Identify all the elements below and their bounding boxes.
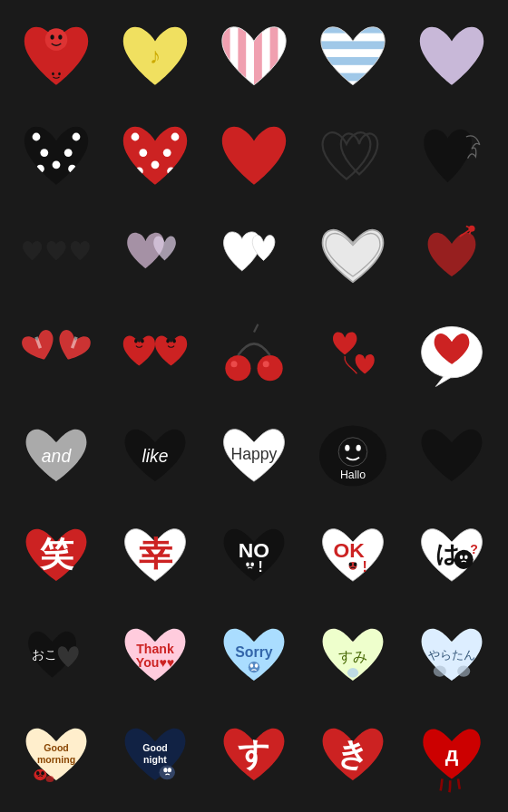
sticker-two-white-hearts[interactable] bbox=[214, 217, 294, 296]
sticker-grey-outlined-heart[interactable] bbox=[313, 217, 393, 296]
sticker-speech-bubble-heart[interactable] bbox=[412, 316, 492, 396]
cell-5-2: like bbox=[108, 408, 203, 504]
sticker-red-face-heart[interactable] bbox=[16, 17, 96, 97]
cell-8-4: き bbox=[305, 707, 400, 803]
sticker-kanji-happiness[interactable]: 幸 bbox=[115, 516, 195, 595]
cell-7-4: すみ bbox=[305, 607, 400, 703]
sticker-thank-you-heart[interactable]: Thank You♥♥ bbox=[115, 615, 195, 695]
sticker-red-heart-arrow[interactable] bbox=[412, 217, 492, 296]
cell-4-4 bbox=[305, 308, 400, 404]
sticker-good-night-heart[interactable]: Good night bbox=[115, 715, 195, 795]
cell-1-5 bbox=[404, 9, 499, 105]
sticker-oko-black-hearts[interactable]: おこ bbox=[16, 615, 96, 695]
sticker-pink-striped-heart[interactable] bbox=[214, 17, 294, 97]
svg-point-5 bbox=[59, 72, 62, 76]
svg-point-78 bbox=[347, 668, 358, 678]
sticker-double-outline-hearts[interactable] bbox=[313, 117, 393, 197]
svg-point-75 bbox=[250, 663, 254, 667]
svg-rect-12 bbox=[313, 25, 393, 34]
svg-point-21 bbox=[64, 149, 73, 157]
svg-text:笑: 笑 bbox=[39, 536, 74, 573]
sticker-no-text-heart[interactable]: NO ! bbox=[214, 516, 294, 595]
cell-4-1 bbox=[9, 308, 104, 404]
sticker-kanji-laugh[interactable]: 笑 bbox=[16, 516, 96, 595]
svg-point-36 bbox=[134, 339, 138, 343]
sticker-sorry-heart[interactable]: Sorry bbox=[214, 615, 294, 695]
svg-point-68 bbox=[464, 556, 468, 559]
svg-point-81 bbox=[457, 665, 470, 676]
svg-text:幸: 幸 bbox=[139, 536, 173, 573]
svg-text:and: and bbox=[42, 446, 73, 466]
svg-text:Sorry: Sorry bbox=[235, 644, 273, 660]
cell-3-3 bbox=[207, 208, 302, 304]
sticker-sumimasen-heart[interactable]: すみ bbox=[313, 615, 393, 695]
svg-text:OK: OK bbox=[333, 538, 365, 562]
svg-point-57 bbox=[246, 562, 249, 566]
svg-point-90 bbox=[160, 765, 176, 779]
cell-2-5 bbox=[404, 109, 499, 205]
cell-8-1: Good morning bbox=[9, 707, 104, 803]
svg-point-91 bbox=[163, 768, 167, 772]
cell-5-5 bbox=[404, 408, 499, 504]
sticker-three-small-hearts[interactable] bbox=[16, 217, 96, 296]
sticker-solid-black-heart[interactable] bbox=[412, 416, 492, 496]
sticker-ok-text-heart[interactable]: OK ! bbox=[313, 516, 393, 595]
sticker-bloody-heart[interactable]: д bbox=[412, 715, 492, 795]
cell-1-2: ♪ bbox=[108, 9, 203, 105]
svg-point-26 bbox=[151, 129, 160, 137]
svg-point-3 bbox=[50, 71, 63, 79]
cell-6-5: は ? bbox=[404, 508, 499, 604]
sticker-solid-red-heart[interactable] bbox=[214, 117, 294, 197]
sticker-black-polka-heart[interactable] bbox=[16, 117, 96, 197]
sticker-yellow-music-heart[interactable]: ♪ bbox=[115, 17, 195, 97]
svg-point-20 bbox=[41, 149, 49, 157]
svg-point-1 bbox=[51, 34, 54, 39]
svg-text:morning: morning bbox=[37, 754, 75, 765]
svg-text:Good: Good bbox=[44, 742, 70, 753]
svg-point-63 bbox=[354, 562, 357, 566]
svg-point-17 bbox=[33, 133, 41, 141]
svg-point-18 bbox=[53, 129, 61, 137]
sticker-su-kanji-heart[interactable]: す bbox=[214, 715, 294, 795]
cell-5-3: Happy bbox=[207, 408, 302, 504]
sticker-candy-hearts[interactable] bbox=[16, 316, 96, 396]
svg-point-38 bbox=[167, 339, 171, 343]
sticker-falling-hearts[interactable] bbox=[313, 316, 393, 396]
sticker-grid: ♪ bbox=[0, 0, 508, 812]
cell-3-5 bbox=[404, 208, 499, 304]
svg-point-30 bbox=[151, 160, 160, 169]
sticker-cherries[interactable] bbox=[214, 316, 294, 396]
svg-text:やらたん: やらたん bbox=[428, 648, 475, 662]
sticker-happy-text-heart[interactable]: Happy bbox=[214, 416, 294, 496]
cell-6-4: OK ! bbox=[305, 508, 400, 604]
svg-point-25 bbox=[132, 133, 140, 141]
sticker-like-text-heart[interactable]: like bbox=[115, 416, 195, 496]
sticker-good-morning-heart[interactable]: Good morning bbox=[16, 715, 96, 795]
svg-point-23 bbox=[36, 165, 44, 173]
sticker-and-text-heart[interactable]: and bbox=[16, 416, 96, 496]
sticker-ki-kanji-heart[interactable]: き bbox=[313, 715, 393, 795]
cell-7-1: おこ bbox=[9, 607, 104, 703]
cell-4-5 bbox=[404, 308, 499, 404]
sticker-yaratan-heart[interactable]: やらたん bbox=[412, 615, 492, 695]
cell-2-3 bbox=[207, 109, 302, 205]
sticker-black-heart-feather[interactable] bbox=[412, 117, 492, 197]
sticker-two-light-hearts[interactable] bbox=[115, 217, 195, 296]
svg-rect-14 bbox=[313, 57, 393, 65]
sticker-red-polka-heart[interactable] bbox=[115, 117, 195, 197]
sticker-blue-striped-heart[interactable] bbox=[313, 17, 393, 97]
cell-1-1 bbox=[9, 9, 104, 105]
sticker-red-face-hearts[interactable] bbox=[115, 316, 195, 396]
svg-point-86 bbox=[42, 771, 45, 775]
svg-text:д: д bbox=[444, 742, 458, 766]
svg-rect-11 bbox=[286, 17, 294, 97]
sticker-lavender-heart[interactable] bbox=[412, 17, 492, 97]
cell-7-3: Sorry bbox=[207, 607, 302, 703]
svg-point-85 bbox=[36, 771, 40, 775]
sticker-hallo-text-heart[interactable]: Hallo bbox=[313, 416, 393, 496]
svg-point-84 bbox=[34, 769, 47, 780]
sticker-ha-question-heart[interactable]: は ? bbox=[412, 516, 492, 595]
svg-point-28 bbox=[140, 149, 148, 157]
svg-point-42 bbox=[230, 361, 237, 367]
cell-7-2: Thank You♥♥ bbox=[108, 607, 203, 703]
